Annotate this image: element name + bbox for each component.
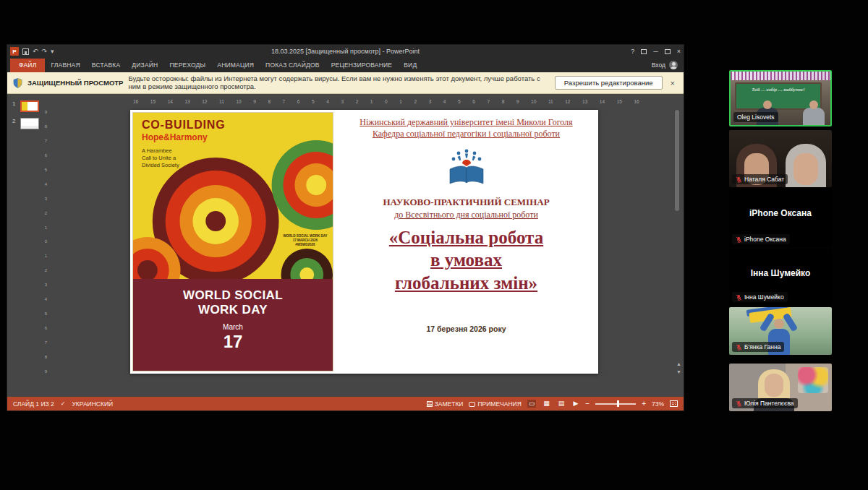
notes-icon xyxy=(427,401,433,407)
poster-branding: CO-BUILDING Hope&Harmony A Harambee Call… xyxy=(142,119,225,168)
poster-top-section: CO-BUILDING Hope&Harmony A Harambee Call… xyxy=(133,113,333,279)
seminar-title: НАУКОВО-ПРАКТИЧНИЙ СЕМІНАР xyxy=(341,197,591,208)
protected-view-bar: ЗАЩИЩЕННЫЙ ПРОСМОТР Будьте осторожны: фа… xyxy=(7,72,684,94)
slideshow-button[interactable]: ▶ xyxy=(571,400,579,408)
slide-number: 2 xyxy=(12,118,17,124)
enable-editing-button[interactable]: Разрешить редактирование xyxy=(555,76,663,90)
quick-access-toolbar: P ↶ ↷ ▾ xyxy=(10,47,54,56)
participants-sidebar: Твій … вибір … майбутнє! Oleg Lisovets Н… xyxy=(729,70,832,411)
tab-transitions[interactable]: ПЕРЕХОДЫ xyxy=(163,59,211,72)
zoom-slider-thumb[interactable] xyxy=(617,400,619,407)
muted-mic-icon xyxy=(736,294,742,301)
tab-slideshow[interactable]: ПОКАЗ СЛАЙДОВ xyxy=(260,59,326,72)
participant-tile-iphone-oksana[interactable]: iPhone Оксана iPhone Оксана xyxy=(729,189,832,247)
comments-toggle[interactable]: ПРИМЕЧАНИЯ xyxy=(469,400,521,408)
person-silhouette xyxy=(786,144,826,187)
tab-insert[interactable]: ВСТАВКА xyxy=(86,59,127,72)
participant-tile-inna-shumeiko[interactable]: Інна Шумейко Інна Шумейко xyxy=(729,249,832,305)
next-slide-icon[interactable]: ▼ xyxy=(676,369,681,374)
participant-name-label: iPhone Оксана xyxy=(732,234,790,244)
reading-view-button[interactable]: ▤ xyxy=(557,400,566,408)
status-bar-right: ЗАМЕТКИ ПРИМЕЧАНИЯ ▭ ▦ ▤ ▶ − + 73% xyxy=(427,400,678,408)
slide-sorter-view-button[interactable]: ▦ xyxy=(542,400,551,408)
notes-toggle[interactable]: ЗАМЕТКИ xyxy=(427,400,464,408)
wswd-poster: CO-BUILDING Hope&Harmony A Harambee Call… xyxy=(132,112,333,371)
person-silhouette xyxy=(774,319,784,329)
zoom-level[interactable]: 73% xyxy=(652,400,664,408)
slide-main-title: «Соціальна робота в умовах глобальних зм… xyxy=(341,226,591,294)
zoom-slider[interactable] xyxy=(595,403,636,405)
qat-dropdown-icon[interactable]: ▾ xyxy=(51,48,54,55)
help-icon[interactable]: ? xyxy=(631,48,634,55)
horizontal-ruler[interactable]: 1615141312111098765432101234567891011121… xyxy=(132,97,641,106)
slide-number: 1 xyxy=(12,100,17,107)
participant-tile-bianka-hanna[interactable]: Б'янка Ганна xyxy=(729,307,832,355)
spellcheck-icon[interactable]: ✓ xyxy=(61,400,66,407)
close-icon[interactable]: × xyxy=(677,48,681,55)
slide-canvas[interactable]: CO-BUILDING Hope&Harmony A Harambee Call… xyxy=(130,110,598,374)
redo-icon[interactable]: ↷ xyxy=(42,48,48,55)
poster-title: WORLD SOCIAL WORK DAY xyxy=(133,279,333,317)
muted-mic-icon xyxy=(736,344,742,351)
participant-tile-natalia-sabat[interactable]: Наталя Сабат xyxy=(729,130,832,187)
ribbon-tab-bar: ФАЙЛ ГЛАВНАЯ ВСТАВКА ДИЗАЙН ПЕРЕХОДЫ АНИ… xyxy=(7,58,684,72)
participant-name-label: Oleg Lisovets xyxy=(733,112,778,122)
ribbon-options-icon[interactable] xyxy=(641,49,647,54)
poster-tagline: A Harambee Call to Unite a Divided Socie… xyxy=(142,147,225,168)
normal-view-button[interactable]: ▭ xyxy=(527,400,537,408)
vertical-scrollbar[interactable] xyxy=(674,110,680,356)
fit-slide-button[interactable] xyxy=(670,400,678,407)
poster-theme-text: Hope&Harmony xyxy=(142,132,225,142)
titlebar: P ↶ ↷ ▾ 18.03.2025 [Защищенный просмотр]… xyxy=(7,45,684,58)
poster-day: 17 xyxy=(133,332,333,352)
participant-center-name: iPhone Оксана xyxy=(729,208,832,218)
vertical-ruler[interactable]: 9876543210123456789 xyxy=(41,110,51,374)
poster-badge: WORLD SOCIAL WORK DAY 17 MARCH 2026 #WSW… xyxy=(281,234,330,247)
protected-view-close-icon[interactable]: × xyxy=(668,79,678,87)
slide-date: 17 березня 2026 року xyxy=(341,324,591,333)
powerpoint-window: P ↶ ↷ ▾ 18.03.2025 [Защищенный просмотр]… xyxy=(7,45,684,411)
slides-panel: 1 2 xyxy=(7,97,41,132)
tab-file[interactable]: ФАЙЛ xyxy=(10,59,45,72)
slide-thumbnail-2[interactable]: 2 xyxy=(7,114,41,132)
slide-counter[interactable]: СЛАЙД 1 ИЗ 2 xyxy=(13,400,54,408)
window-title: 18.03.2025 [Защищенный просмотр] - Power… xyxy=(7,48,684,55)
editing-area: 1 2 161514131211109876543210123456789101… xyxy=(7,94,684,397)
participant-tile-oleg-lisovets[interactable]: Твій … вибір … майбутнє! Oleg Lisovets xyxy=(729,70,832,126)
zoom-in-button[interactable]: + xyxy=(642,400,646,408)
previous-slide-icon[interactable]: ▲ xyxy=(676,361,681,366)
sign-in-label: Вход xyxy=(652,61,665,69)
poster-brand-text: CO-BUILDING xyxy=(142,119,225,132)
window-controls: ? ─ × xyxy=(631,48,681,55)
save-icon[interactable] xyxy=(22,48,29,55)
tab-animations[interactable]: АНИМАЦИЯ xyxy=(211,59,260,72)
slide-thumbnail-1[interactable]: 1 xyxy=(7,97,41,114)
sign-in[interactable]: Вход xyxy=(652,61,684,69)
poster-month: March xyxy=(133,323,333,331)
participant-center-name: Інна Шумейко xyxy=(729,268,832,278)
tab-design[interactable]: ДИЗАЙН xyxy=(126,59,163,72)
muted-mic-icon xyxy=(736,400,742,407)
restore-icon[interactable] xyxy=(665,49,671,54)
tab-home[interactable]: ГЛАВНАЯ xyxy=(45,59,85,72)
person-silhouette xyxy=(803,108,825,125)
university-header: Ніжинський державний університет імені М… xyxy=(341,117,591,139)
muted-mic-icon xyxy=(736,176,742,183)
tab-review[interactable]: РЕЦЕНЗИРОВАНИЕ xyxy=(326,59,399,72)
minimize-icon[interactable]: ─ xyxy=(653,48,658,55)
participant-name-label: Інна Шумейко xyxy=(732,292,788,302)
language-indicator[interactable]: УКРАИНСКИЙ xyxy=(72,400,113,408)
chalkboard: Твій … вибір … майбутнє! xyxy=(735,82,822,110)
person-silhouette xyxy=(765,374,783,397)
shield-icon xyxy=(13,78,22,88)
tab-view[interactable]: ВИД xyxy=(398,59,422,72)
slide-thumbnail-image xyxy=(20,118,39,129)
protected-view-title: ЗАЩИЩЕННЫЙ ПРОСМОТР xyxy=(27,79,123,87)
classroom-banner xyxy=(731,72,830,80)
participant-tile-yuliya-panteleyeva[interactable]: Юлія Пантелєєва xyxy=(729,364,832,411)
powerpoint-app-icon[interactable]: P xyxy=(10,47,19,56)
slide-nav-buttons: ▲ ▼ xyxy=(676,361,681,374)
undo-icon[interactable]: ↶ xyxy=(33,48,38,55)
zoom-out-button[interactable]: − xyxy=(585,400,590,408)
slide-text-content: Ніжинський державний університет імені М… xyxy=(341,110,591,374)
